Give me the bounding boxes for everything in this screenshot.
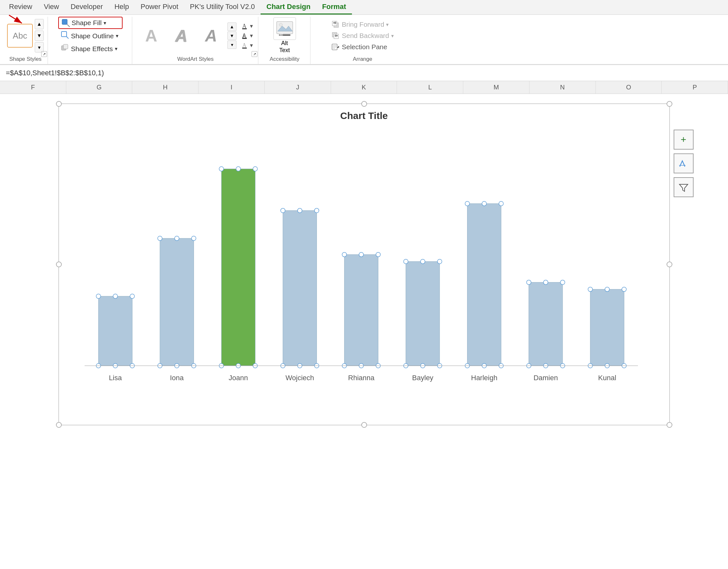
- chart-svg-container: LisaIonaJoannWojciechRhiannaBayleyHarlei…: [59, 124, 669, 412]
- tab-view[interactable]: View: [38, 0, 65, 14]
- alt-text-icon: alt: [273, 17, 296, 40]
- send-backward-arrow[interactable]: ▾: [391, 33, 394, 39]
- svg-text:Damien: Damien: [533, 374, 558, 382]
- bring-forward-icon: [331, 20, 340, 29]
- svg-point-58: [359, 252, 364, 257]
- svg-line-1: [9, 15, 22, 23]
- wordart-sample-1[interactable]: A: [137, 23, 166, 49]
- shape-fill-icon: [61, 19, 70, 27]
- shape-effects-icon: [61, 44, 69, 54]
- shape-style-up[interactable]: ▲: [35, 19, 44, 29]
- ribbon-tabs: Review View Developer Help Power Pivot P…: [0, 0, 728, 15]
- col-header-k[interactable]: K: [331, 81, 397, 94]
- handle-bl[interactable]: [56, 422, 62, 428]
- svg-point-81: [526, 280, 531, 285]
- handle-tl[interactable]: [56, 101, 62, 107]
- col-header-g[interactable]: G: [66, 81, 133, 94]
- handle-tc[interactable]: [361, 101, 367, 107]
- chart-wrapper[interactable]: Chart Title LisaIonaJoannWojciechRhianna…: [59, 104, 670, 425]
- shape-outline-label: Shape Outline: [71, 32, 114, 40]
- wordart-sample-2[interactable]: A: [167, 23, 196, 49]
- wordart-scroll-up[interactable]: ▲: [227, 23, 236, 31]
- svg-point-42: [236, 167, 240, 171]
- tab-help[interactable]: Help: [109, 0, 135, 14]
- send-backward-label: Send Backward: [342, 32, 389, 40]
- red-arrow-annotation: [6, 14, 32, 28]
- col-header-n[interactable]: N: [530, 81, 596, 94]
- bring-forward-arrow[interactable]: ▾: [386, 22, 389, 28]
- shape-outline-dropdown[interactable]: ▾: [116, 33, 118, 39]
- svg-point-73: [465, 201, 469, 206]
- svg-rect-72: [467, 204, 501, 366]
- wordart-scroll-more[interactable]: ▾: [227, 41, 236, 49]
- shape-style-down[interactable]: ▼: [35, 31, 44, 41]
- chart-filters-btn[interactable]: [674, 177, 694, 197]
- col-header-m[interactable]: M: [463, 81, 530, 94]
- shape-effects-btn[interactable]: Shape Effects ▾: [58, 43, 120, 55]
- wordart-content: A A A ▲ ▼ ▾ A ▾ A ▾: [137, 17, 254, 55]
- shape-fill-dropdown[interactable]: ▾: [104, 20, 106, 26]
- shape-outline-btn[interactable]: Shape Outline ▾: [58, 30, 121, 42]
- wordart-scroll-down[interactable]: ▼: [227, 32, 236, 40]
- col-header-l[interactable]: L: [397, 81, 463, 94]
- tab-developer[interactable]: Developer: [65, 0, 108, 14]
- svg-rect-2: [62, 19, 67, 24]
- svg-rect-22: [333, 47, 336, 47]
- group-wordart: A A A ▲ ▼ ▾ A ▾ A ▾: [133, 17, 258, 64]
- col-header-p[interactable]: P: [662, 81, 728, 94]
- svg-point-49: [281, 208, 285, 213]
- svg-text:Iona: Iona: [170, 374, 184, 382]
- chart-container: Chart Title LisaIonaJoannWojciechRhianna…: [0, 94, 728, 432]
- svg-point-34: [174, 236, 179, 241]
- tab-chart-design[interactable]: Chart Design: [261, 0, 316, 14]
- col-header-j[interactable]: J: [265, 81, 331, 94]
- wordart-fill-arrow[interactable]: ▾: [250, 23, 253, 30]
- accessibility-label: Accessibility: [270, 55, 299, 64]
- handle-bc[interactable]: [361, 422, 367, 428]
- tab-utility-tool[interactable]: PK's Utility Tool V2.0: [184, 0, 261, 14]
- tab-format[interactable]: Format: [316, 0, 352, 14]
- chart-elements-btn[interactable]: +: [674, 130, 694, 150]
- svg-point-74: [482, 201, 486, 206]
- shape-fill-btn[interactable]: Shape Fill ▾: [58, 17, 123, 29]
- group-shape-styles: Abc ▲ ▼ ▾ Shape Styles ↗: [3, 17, 48, 64]
- svg-point-67: [437, 259, 442, 264]
- tab-power-pivot[interactable]: Power Pivot: [135, 0, 184, 14]
- wordart-label: WordArt Styles: [177, 55, 214, 64]
- bring-forward-btn[interactable]: Bring Forward ▾: [329, 19, 391, 30]
- svg-rect-32: [160, 238, 194, 366]
- wordart-text-outline-btn[interactable]: A ▾: [240, 32, 254, 40]
- svg-rect-12: [277, 22, 293, 34]
- svg-rect-21: [333, 45, 336, 46]
- selection-pane-btn[interactable]: Selection Pane: [329, 42, 390, 52]
- handle-br[interactable]: [667, 422, 672, 428]
- send-backward-btn[interactable]: Send Backward ▾: [329, 31, 396, 41]
- col-header-o[interactable]: O: [596, 81, 662, 94]
- wordart-effects-arrow[interactable]: ▾: [250, 42, 253, 49]
- svg-point-51: [314, 208, 319, 213]
- shape-outline-icon: [61, 31, 69, 41]
- wordart-text-effects-btn[interactable]: A ▾: [240, 41, 254, 50]
- alt-text-btn[interactable]: alt AltText: [273, 17, 296, 54]
- svg-text:Harleigh: Harleigh: [471, 374, 497, 382]
- chart-styles-btn[interactable]: [674, 153, 694, 173]
- wordart-sample-3[interactable]: A: [197, 23, 226, 49]
- wordart-expand[interactable]: ↗: [252, 51, 257, 57]
- col-header-i[interactable]: I: [198, 81, 265, 94]
- handle-tr[interactable]: [667, 101, 672, 107]
- selection-pane-icon: [331, 43, 340, 51]
- wordart-outline-arrow[interactable]: ▾: [250, 32, 253, 39]
- svg-rect-64: [406, 262, 439, 366]
- col-header-f[interactable]: F: [0, 81, 66, 94]
- handle-mr[interactable]: [667, 262, 672, 267]
- shape-styles-expand[interactable]: ↗: [41, 51, 47, 57]
- shape-effects-dropdown[interactable]: ▾: [115, 46, 117, 52]
- svg-point-33: [158, 236, 162, 241]
- send-backward-icon: [331, 32, 340, 40]
- col-header-h[interactable]: H: [132, 81, 198, 94]
- wordart-text-fill-btn[interactable]: A ▾: [240, 22, 254, 30]
- wordart-scroll: ▲ ▼ ▾: [227, 23, 236, 49]
- handle-ml[interactable]: [56, 262, 62, 267]
- svg-text:Kunal: Kunal: [598, 374, 616, 382]
- tab-review[interactable]: Review: [3, 0, 38, 14]
